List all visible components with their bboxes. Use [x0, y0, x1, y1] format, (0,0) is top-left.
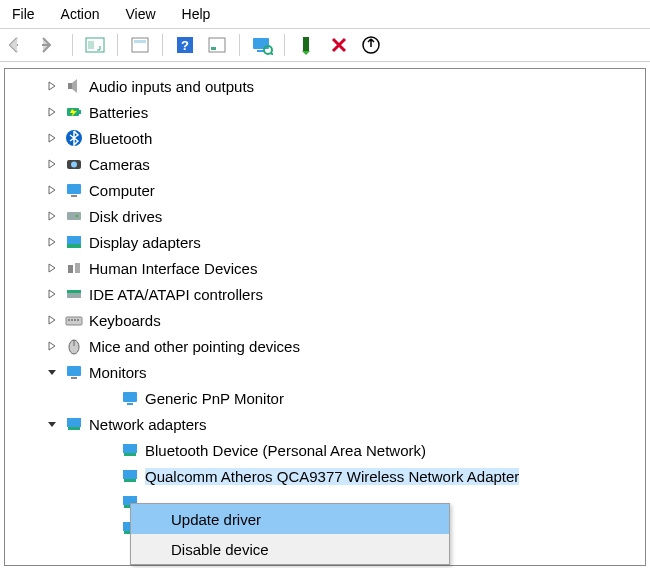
expand-icon[interactable] [45, 79, 59, 93]
ide-icon [65, 285, 83, 303]
help-button[interactable]: ? [173, 33, 197, 57]
expand-icon[interactable] [45, 183, 59, 197]
tree-node[interactable]: Qualcomm Atheros QCA9377 Wireless Networ… [5, 463, 645, 489]
svg-rect-31 [71, 319, 73, 321]
net-icon [65, 415, 83, 433]
net-blue-icon [121, 467, 139, 485]
mouse-icon [65, 337, 83, 355]
tree-node[interactable]: Generic PnP Monitor [5, 385, 645, 411]
menu-bar: File Action View Help [0, 0, 650, 28]
tree-spacer [101, 495, 115, 509]
tree-node[interactable]: Bluetooth Device (Personal Area Network) [5, 437, 645, 463]
tree-node[interactable]: Keyboards [5, 307, 645, 333]
ctx-disable-device[interactable]: Disable device [131, 534, 449, 564]
battery-icon [65, 103, 83, 121]
tree-node-label: Qualcomm Atheros QCA9377 Wireless Networ… [145, 468, 519, 485]
svg-rect-13 [68, 83, 72, 89]
svg-rect-41 [68, 427, 80, 430]
hid-icon [65, 259, 83, 277]
menu-help[interactable]: Help [178, 4, 215, 24]
tree-node[interactable]: Mice and other pointing devices [5, 333, 645, 359]
tree-node-label: Bluetooth [89, 130, 152, 147]
tree-node-label: Audio inputs and outputs [89, 78, 254, 95]
enable-device-button[interactable] [295, 33, 319, 57]
svg-rect-11 [303, 37, 309, 51]
properties-button[interactable] [128, 33, 152, 57]
net-blue-icon [121, 441, 139, 459]
tree-node-label: Disk drives [89, 208, 162, 225]
expand-icon[interactable] [45, 105, 59, 119]
expand-icon[interactable] [45, 313, 59, 327]
device-tree[interactable]: Audio inputs and outputsBatteriesBluetoo… [4, 68, 646, 566]
svg-rect-20 [71, 195, 77, 197]
menu-view[interactable]: View [121, 4, 159, 24]
svg-rect-38 [123, 392, 137, 402]
tree-node[interactable]: Network adapters [5, 411, 645, 437]
tree-node[interactable]: Monitors [5, 359, 645, 385]
tree-node-label: Human Interface Devices [89, 260, 257, 277]
svg-rect-45 [124, 479, 136, 482]
svg-point-22 [76, 215, 78, 217]
svg-rect-36 [67, 366, 81, 376]
collapse-icon[interactable] [45, 417, 59, 431]
expand-icon[interactable] [45, 131, 59, 145]
tree-node[interactable]: Computer [5, 177, 645, 203]
monitor-blue-icon [121, 389, 139, 407]
expand-icon[interactable] [45, 339, 59, 353]
expand-icon[interactable] [45, 287, 59, 301]
svg-rect-42 [123, 444, 137, 453]
monitor-icon [65, 363, 83, 381]
tree-node[interactable]: IDE ATA/ATAPI controllers [5, 281, 645, 307]
tree-node-label: IDE ATA/ATAPI controllers [89, 286, 263, 303]
uninstall-device-button[interactable] [327, 33, 351, 57]
display-icon [65, 233, 83, 251]
toolbar-sep [239, 34, 240, 56]
svg-rect-37 [71, 377, 77, 379]
expand-icon[interactable] [45, 261, 59, 275]
tree-node-label: Generic PnP Monitor [145, 390, 284, 407]
expand-icon[interactable] [45, 235, 59, 249]
show-hide-tree-button[interactable] [83, 33, 107, 57]
svg-rect-26 [75, 263, 80, 273]
collapse-icon[interactable] [45, 365, 59, 379]
svg-rect-32 [74, 319, 76, 321]
action-button[interactable] [205, 33, 229, 57]
back-button[interactable] [6, 33, 30, 57]
svg-rect-7 [211, 47, 216, 50]
scan-hardware-button[interactable] [250, 33, 274, 57]
tree-node[interactable]: Bluetooth [5, 125, 645, 151]
camera-icon [65, 155, 83, 173]
svg-rect-33 [77, 319, 79, 321]
svg-point-18 [71, 162, 77, 168]
expand-icon[interactable] [45, 157, 59, 171]
svg-rect-44 [123, 470, 137, 479]
expand-icon[interactable] [45, 209, 59, 223]
menu-action[interactable]: Action [57, 4, 104, 24]
svg-rect-43 [124, 453, 136, 456]
tree-spacer [101, 443, 115, 457]
tree-node[interactable]: Cameras [5, 151, 645, 177]
tree-node-label: Display adapters [89, 234, 201, 251]
svg-rect-1 [88, 41, 94, 49]
tree-node-label: Batteries [89, 104, 148, 121]
forward-button[interactable] [38, 33, 62, 57]
menu-file[interactable]: File [8, 4, 39, 24]
toolbar-sep [284, 34, 285, 56]
tree-node[interactable]: Audio inputs and outputs [5, 73, 645, 99]
tree-node-label: Cameras [89, 156, 150, 173]
tree-spacer [101, 469, 115, 483]
svg-rect-21 [67, 212, 81, 220]
tree-node-label: Network adapters [89, 416, 207, 433]
tree-node[interactable]: Disk drives [5, 203, 645, 229]
svg-rect-3 [134, 40, 146, 43]
tree-node[interactable]: Batteries [5, 99, 645, 125]
tree-node[interactable]: Human Interface Devices [5, 255, 645, 281]
toolbar-sep [72, 34, 73, 56]
tree-node[interactable]: Display adapters [5, 229, 645, 255]
svg-rect-40 [67, 418, 81, 427]
ctx-update-driver[interactable]: Update driver [131, 504, 449, 534]
svg-rect-24 [67, 244, 81, 248]
update-driver-button[interactable] [359, 33, 383, 57]
monitor-icon [65, 181, 83, 199]
svg-rect-25 [68, 265, 73, 273]
